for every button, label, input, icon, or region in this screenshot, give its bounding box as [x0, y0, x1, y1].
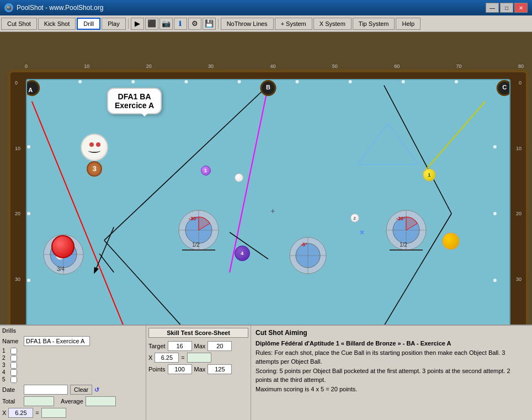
date-input[interactable] — [24, 385, 68, 395]
felt-surface[interactable]: × + A B C D — [26, 79, 510, 348]
svg-point-16 — [27, 145, 30, 148]
svg-line-29 — [94, 227, 114, 272]
close-button[interactable]: ✕ — [514, 3, 528, 13]
row-5-check[interactable] — [10, 376, 17, 383]
settings-icon-button[interactable]: ⚙ — [188, 18, 201, 30]
svg-text:1/2: 1/2 — [400, 242, 407, 248]
tooltip-line1: DFA1 BA — [115, 92, 154, 101]
score-left: Drills Name 1 2 3 4 5 Date Clear ↺ Total… — [0, 326, 146, 420]
name-label: Name — [2, 338, 22, 344]
play-button[interactable]: Play — [102, 18, 125, 30]
table-frame: 0 10 20 30 40 0 10 20 30 40 — [8, 70, 529, 358]
svg-point-5 — [349, 80, 352, 83]
play-icon-button[interactable]: ▶ — [131, 18, 144, 30]
svg-text:×: × — [360, 228, 364, 237]
ruler-right: 0 10 20 30 40 — [512, 80, 522, 347]
svg-point-20 — [493, 212, 497, 215]
clear-button[interactable]: Clear — [70, 385, 92, 395]
info-icon-button[interactable]: ℹ — [174, 18, 187, 30]
clear-refresh-icon: ↺ — [94, 386, 99, 394]
total-input[interactable] — [24, 396, 54, 406]
app-icon: 🎱 — [4, 3, 13, 12]
title-bar-text: PoolShot - www.PoolShot.org — [17, 4, 103, 12]
plus-system-button[interactable]: + System — [275, 18, 312, 30]
kick-shot-button[interactable]: Kick Shot — [38, 18, 76, 30]
score-middle: Skill Test Score-Sheet Target Max X = Po… — [146, 326, 251, 420]
svg-point-18 — [27, 279, 30, 282]
ball-purple-1: 1 — [201, 166, 211, 176]
drill-button[interactable]: Drill — [77, 18, 100, 30]
info-content: Diplôme Fédéral d'Aptitude 1 « Billard d… — [256, 339, 528, 394]
svg-point-6 — [402, 80, 405, 83]
svg-text:1/2: 1/2 — [192, 242, 200, 248]
skill-points-row: Points Max — [148, 364, 248, 374]
svg-text:C: C — [502, 84, 507, 91]
skill-test-title: Skill Test Score-Sheet — [148, 328, 248, 338]
ball-yellow-br — [442, 232, 460, 250]
stop-icon-button[interactable]: ⬛ — [145, 18, 158, 30]
svg-text:B: B — [266, 84, 270, 91]
info-subtitle: Diplôme Fédéral d'Aptitude 1 « Billard d… — [256, 340, 451, 347]
info-max: Maximum scoring is 4 x 5 = 20 points. — [256, 386, 357, 392]
name-input[interactable] — [24, 336, 90, 346]
no-throw-lines-button[interactable]: NoThrow Lines — [221, 18, 274, 30]
average-input[interactable] — [86, 396, 116, 406]
score-rows: 1 2 3 4 5 — [2, 348, 143, 383]
title-bar-left: 🎱 PoolShot - www.PoolShot.org — [4, 3, 103, 12]
svg-text:-30°: -30° — [189, 216, 198, 221]
camera-icon-button[interactable]: 📷 — [159, 18, 173, 30]
target-input[interactable] — [168, 341, 192, 351]
ruler-left: 0 10 20 30 40 — [15, 80, 25, 347]
average-label: Average — [61, 398, 83, 405]
toolbar: Cut Shot Kick Shot Drill Play ▶ ⬛ 📷 ℹ ⚙ … — [0, 15, 532, 32]
window-controls: — □ ✕ — [486, 3, 528, 13]
angle-disc-bc: -5° — [288, 235, 329, 277]
svg-text:+: + — [270, 206, 275, 215]
ball-4: 4 — [235, 246, 250, 261]
date-label: Date — [2, 386, 22, 393]
svg-point-4 — [295, 80, 299, 83]
ball-1-right: 1 — [423, 168, 436, 182]
maximize-button[interactable]: □ — [500, 3, 513, 13]
points-label: Points — [148, 366, 166, 373]
mascot: 3 — [75, 134, 114, 178]
target-max-label: Max — [194, 343, 206, 349]
save-icon-button[interactable]: 💾 — [203, 18, 216, 30]
angle-disc-center: -30° 1/2 — [177, 208, 221, 252]
info-scoring: Scoring: 5 points per Object Ball pocket… — [256, 368, 510, 384]
score-right: Cut Shot Aiming Diplôme Fédéral d'Aptitu… — [251, 326, 532, 420]
row-4-check[interactable] — [10, 369, 17, 376]
row-3-check[interactable] — [10, 362, 17, 369]
ball-red — [51, 235, 75, 258]
tooltip-bubble: DFA1 BA Exercice A — [107, 88, 162, 114]
svg-text:3/4: 3/4 — [57, 266, 65, 272]
points-max-input[interactable] — [208, 364, 232, 374]
row-1-check[interactable] — [10, 348, 17, 354]
triangle-indicator — [355, 120, 421, 188]
skill-x-result[interactable] — [187, 353, 211, 363]
x-system-button[interactable]: X System — [313, 18, 352, 30]
svg-marker-71 — [358, 123, 418, 164]
info-rules: Rules: For each shot, place the Cue Ball… — [256, 349, 505, 365]
svg-line-30 — [99, 254, 114, 273]
points-input[interactable] — [168, 364, 192, 374]
skill-x-input[interactable] — [155, 353, 179, 363]
score-panel: Drills Name 1 2 3 4 5 Date Clear ↺ Total… — [0, 325, 532, 420]
name-row: Name — [2, 336, 143, 346]
cue-ball-2: 2 — [350, 214, 359, 222]
tip-system-button[interactable]: Tip System — [353, 18, 395, 30]
x-value-input[interactable] — [8, 408, 33, 418]
cut-shot-button[interactable]: Cut Shot — [1, 18, 37, 30]
total-label: Total — [2, 398, 22, 405]
title-bar: 🎱 PoolShot - www.PoolShot.org — □ ✕ — [0, 0, 532, 15]
minimize-button[interactable]: — — [486, 3, 499, 13]
x-result-input[interactable] — [41, 408, 66, 418]
help-button[interactable]: Help — [396, 18, 421, 30]
toolbar-separator-1 — [128, 18, 129, 29]
toolbar-separator-2 — [218, 18, 219, 29]
target-max-input[interactable] — [208, 341, 232, 351]
info-title: Cut Shot Aiming — [256, 329, 528, 337]
drills-title: Drills — [2, 328, 143, 334]
row-2-check[interactable] — [10, 355, 17, 361]
x-row: X = — [2, 408, 143, 418]
